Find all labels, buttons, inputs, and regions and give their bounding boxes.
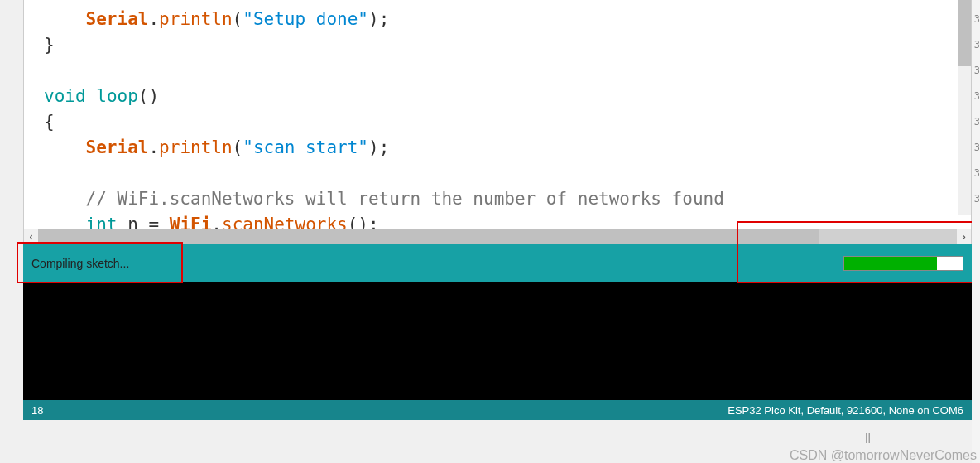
gutter-num: 3 <box>972 109 980 135</box>
status-message: Compiling sketch... <box>31 257 129 270</box>
watermark-text: CSDN @tomorrowNeverComes <box>790 448 977 463</box>
gutter-num: 3 <box>972 84 980 109</box>
vertical-scroll-thumb[interactable] <box>958 0 971 66</box>
gutter-num: 3 <box>972 135 980 161</box>
gutter-num: 3 <box>972 7 980 32</box>
code-line: // WiFi.scanNetworks will return the num… <box>44 189 724 209</box>
right-gutter: 3 3 3 3 3 3 3 3 <box>972 0 980 463</box>
code-line: Serial.println("scan start"); <box>44 137 389 157</box>
scroll-thumb[interactable] <box>38 229 819 244</box>
bottom-status-bar: 18 ESP32 Pico Kit, Default, 921600, None… <box>23 400 972 420</box>
vertical-scrollbar[interactable] <box>958 0 971 215</box>
progress-bar <box>843 256 963 271</box>
watermark-ll: ll <box>865 432 871 446</box>
board-info: ESP32 Pico Kit, Default, 921600, None on… <box>728 404 963 417</box>
code-content[interactable]: Serial.println("Setup done"); } void loo… <box>24 0 971 244</box>
scroll-right-arrow[interactable]: › <box>957 229 971 244</box>
code-line: { <box>44 112 55 132</box>
code-line: void loop() <box>44 86 159 106</box>
code-line: } <box>44 35 55 55</box>
status-bar: Compiling sketch... <box>23 244 972 282</box>
gutter-num: 3 <box>972 32 980 58</box>
horizontal-scrollbar[interactable]: ‹ › <box>24 229 971 244</box>
scroll-track[interactable] <box>38 229 957 244</box>
progress-fill <box>844 257 937 270</box>
console-output[interactable] <box>23 282 972 400</box>
code-line: Serial.println("Setup done"); <box>44 9 389 29</box>
gutter-num: 3 <box>972 161 980 186</box>
gutter-num: 3 <box>972 186 980 212</box>
code-editor[interactable]: Serial.println("Setup done"); } void loo… <box>23 0 972 244</box>
scroll-left-arrow[interactable]: ‹ <box>24 229 38 244</box>
gutter-num: 3 <box>972 58 980 84</box>
line-number: 18 <box>31 404 43 417</box>
